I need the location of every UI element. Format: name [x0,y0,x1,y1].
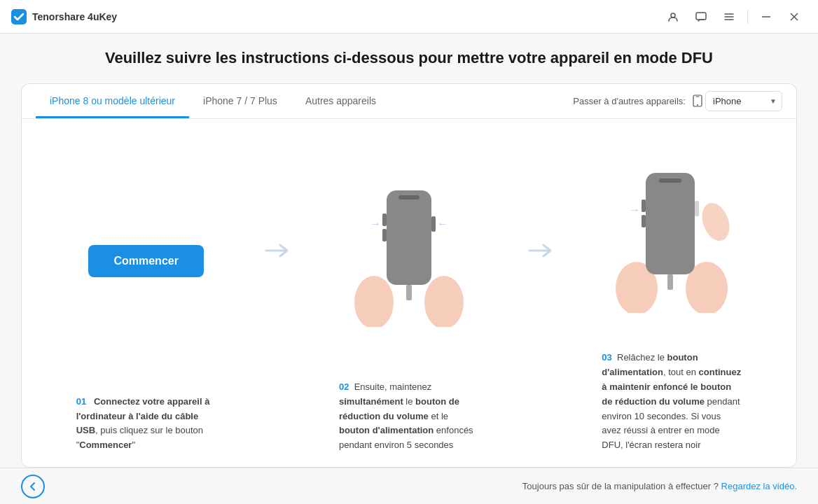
step-1-visual: Commencer [88,133,203,389]
app-logo: Tenorshare 4uKey [11,9,117,24]
svg-rect-18 [431,216,436,232]
separator [747,10,748,24]
chat-button[interactable] [688,4,714,29]
svg-text:→: → [370,218,381,230]
svg-point-24 [698,199,731,244]
step-3-col: → 03 Relâchez le bouton d'alimentation, … [562,133,782,453]
step-2-phone-illustration: → ← [353,180,465,327]
hamburger-icon [723,11,735,22]
svg-rect-25 [646,173,695,274]
svg-text:←: ← [437,218,448,230]
minimize-icon [762,16,770,18]
help-text: Toujours pas sûr de la manipulation à ef… [522,481,721,491]
svg-rect-19 [406,285,412,300]
arrow-2 [520,133,562,453]
step-3-phone-illustration: → [612,166,731,313]
step-1-text-bold: Connectez votre appareil à l'ordinateur … [76,396,210,436]
arrow-right-icon-2 [528,242,553,259]
menu-button[interactable] [716,4,742,29]
step-1-button-ref: Commencer [79,440,132,450]
steps-area: Commencer 01 Connectez votre appareil à … [22,119,796,467]
step-3-bold-1: bouton d'alimentation [602,352,698,377]
chat-icon [695,11,707,22]
svg-rect-27 [642,200,646,212]
bottom-help: Toujours pas sûr de la manipulation à ef… [522,481,797,491]
title-bar: Tenorshare 4uKey [0,0,818,34]
help-link[interactable]: Regardez la vidéo. [721,481,797,491]
step-2-text: 02 Ensuite, maintenez simultanément le b… [332,374,486,453]
step-3-number: 03 [602,352,611,363]
bottom-bar: Toujours pas sûr de la manipulation à ef… [0,468,818,504]
app-name: Tenorshare 4uKey [32,11,117,22]
tabs-row: iPhone 8 ou modèle ultérieur iPhone 7 / … [22,84,796,119]
minimize-button[interactable] [754,4,779,29]
page-heading: Veuillez suivre les instructions ci-dess… [21,48,797,69]
close-button[interactable] [782,4,807,29]
close-icon [790,13,798,21]
svg-text:→: → [629,204,640,216]
step-2-bold-3: bouton d'alimentation [339,425,434,435]
step-1-number: 01 [76,396,86,407]
step-2-col: → ← 02 Ensuite, maintenez simultanément … [298,133,519,453]
iphone-device-icon [693,94,702,107]
device-select[interactable]: iPhone iPad iPod [705,91,782,111]
tabs-list: iPhone 8 ou modèle ultérieur iPhone 7 / … [36,84,390,118]
back-button[interactable] [21,475,45,498]
title-bar-controls [660,4,807,29]
svg-rect-14 [387,190,431,285]
device-switcher: Passer à d'autres appareils: iPhone iPad… [573,91,782,111]
svg-rect-29 [695,201,699,216]
arrow-right-icon-1 [265,242,290,259]
arrow-1 [256,133,298,453]
step-3-visual: → [612,133,731,346]
svg-rect-17 [382,229,387,241]
tab-iphone8[interactable]: iPhone 8 ou modèle ultérieur [36,84,189,118]
svg-rect-15 [398,195,420,200]
step-2-visual: → ← [353,133,465,374]
main-content: Veuillez suivre les instructions ci-dess… [0,34,818,468]
account-button[interactable] [660,4,686,29]
svg-rect-0 [11,9,27,24]
account-icon [667,11,679,22]
device-switcher-label: Passer à d'autres appareils: [573,96,686,106]
svg-point-11 [697,104,698,106]
svg-point-12 [354,276,394,327]
svg-rect-28 [642,215,646,227]
step-2-bold-1: simultanément [339,396,403,407]
svg-point-1 [671,13,675,18]
tab-iphone7[interactable]: iPhone 7 / 7 Plus [189,84,291,118]
svg-rect-26 [659,178,681,183]
tab-other[interactable]: Autres appareils [291,84,390,118]
svg-rect-16 [382,214,387,226]
device-select-wrapper: iPhone iPad iPod ▼ [693,91,782,111]
content-card: iPhone 8 ou modèle ultérieur iPhone 7 / … [21,83,797,468]
svg-rect-2 [696,13,706,20]
commencer-button[interactable]: Commencer [88,245,203,277]
back-arrow-icon [28,482,38,491]
svg-point-13 [424,276,464,327]
step-1-col: Commencer 01 Connectez votre appareil à … [36,133,256,453]
svg-rect-30 [667,274,673,290]
step-1-text: 01 Connectez votre appareil à l'ordinate… [69,389,223,453]
logo-icon [11,9,27,24]
step-2-number: 02 [339,382,349,392]
step-3-text: 03 Relâchez le bouton d'alimentation, to… [595,345,749,453]
